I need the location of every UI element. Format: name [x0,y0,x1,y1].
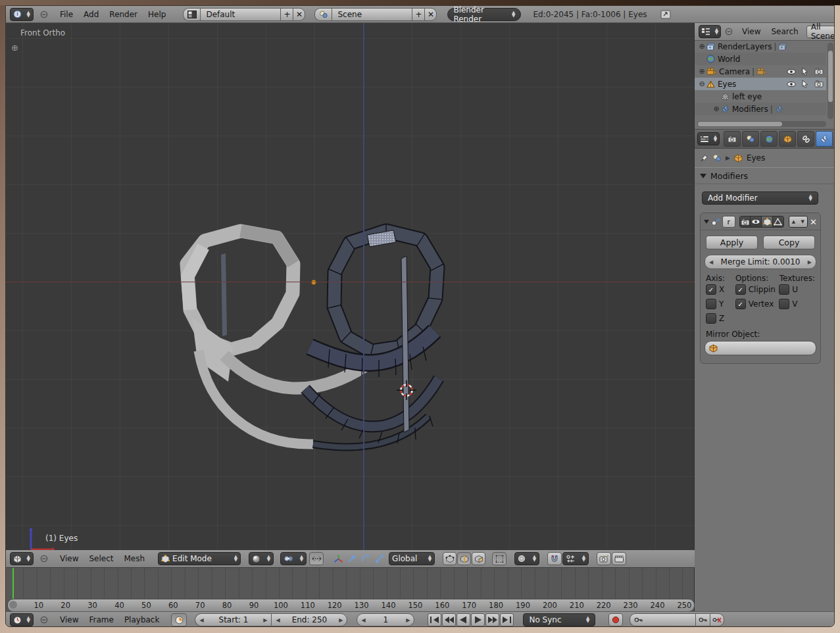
menu-render[interactable]: Render [104,10,143,19]
modifier-editmode-toggle[interactable] [762,216,773,227]
snap-element-selector[interactable]: ▲▼ [562,552,589,565]
checkbox-vertex[interactable]: ✓Vertex [735,299,779,309]
checkbox-box[interactable] [706,299,716,309]
editor-type-selector[interactable]: i ▲▼ [10,8,34,21]
current-frame-field[interactable]: ◀1▶ [357,613,414,626]
editor-type-selector[interactable]: ▲▼ [699,25,721,38]
outliner-item-left-eye[interactable]: left eye [695,90,826,103]
panel-collapse-icon[interactable] [700,174,706,178]
checkbox-u[interactable]: U [779,284,815,295]
opengl-render-anim-button[interactable] [612,552,626,565]
vertex-select-button[interactable] [443,552,457,565]
checkbox-box[interactable] [779,299,789,309]
restrict-render-camera-icon[interactable] [814,67,824,76]
insert-keyframe-button[interactable] [695,613,710,626]
outliner-item-modifiers[interactable]: ⊕Modifiers| [695,103,826,115]
outliner-scope-selector[interactable]: All Scenes [806,26,835,38]
menu-file[interactable]: File [55,10,78,19]
checkbox-y[interactable]: Y [706,299,735,309]
modifier-move-down-button[interactable]: ▼ [798,216,807,227]
face-select-button[interactable] [472,552,485,565]
checkbox-box[interactable]: ✓ [706,284,716,295]
timeline-ruler-scrollbar[interactable]: 1020304050607080901001101201301401501601… [7,599,695,612]
modifier-cage-toggle[interactable] [773,216,783,227]
delete-keyframe-button[interactable] [710,613,724,626]
outliner-item-renderlayers[interactable]: ⊕RenderLayers| [695,40,826,53]
pivot-selector[interactable]: ▲▼ [280,552,307,565]
keying-set-field[interactable] [630,613,695,626]
outliner-item-camera[interactable]: ⊕Camera| [695,65,826,78]
add-layout-button[interactable]: + [280,8,293,21]
menu-add[interactable]: Add [78,10,104,19]
start-frame-field[interactable]: ◀Start: 1▶ [195,613,271,626]
restrict-view-eye-icon[interactable] [787,67,796,76]
menu-view[interactable]: View [55,554,84,563]
manipulator-toggle[interactable] [309,552,324,565]
collapse-menus-icon[interactable] [40,555,48,563]
modifier-viewport-toggle[interactable] [751,216,762,227]
shading-selector[interactable]: ▲▼ [249,552,274,565]
mirror-object-field[interactable] [704,341,816,355]
tab-object[interactable] [779,131,796,147]
restrict-select-cursor-icon[interactable] [802,67,808,76]
orientation-selector[interactable]: Global ▲▼ [389,552,435,565]
expander-icon[interactable]: ⊕ [712,105,721,114]
current-frame-indicator[interactable] [12,568,14,599]
rew-button[interactable] [442,613,456,626]
menu-view[interactable]: View [55,615,84,624]
render-engine-selector[interactable]: Blender Render ▲▼ [447,8,521,21]
translate-arrow-icon[interactable] [345,554,358,564]
rotate-manipulator-icon[interactable] [359,554,372,564]
checkbox-box[interactable]: ✓ [735,284,746,295]
breadcrumb-object-name[interactable]: Eyes [747,153,765,163]
tab-data[interactable] [834,131,835,147]
checkbox-box[interactable]: ✓ [735,299,746,309]
checkbox-v[interactable]: V [779,299,815,309]
3d-viewport[interactable]: Front Ortho ⊕ (1) Eyes ▲▼ ViewSelectMesh… [6,23,695,567]
sync-mode-selector[interactable]: No Sync ▲▼ [523,613,595,626]
play-rev-button[interactable] [457,613,470,626]
screen-layout-icon[interactable] [183,8,200,21]
auto-keyframe-record-button[interactable] [608,613,623,626]
end-frame-field[interactable]: ◀End: 250▶ [271,613,347,626]
expander-icon[interactable]: ⊕ [697,67,706,76]
tab-scene[interactable] [742,131,759,147]
checkbox-clippin[interactable]: ✓Clippin [735,284,779,295]
slider-decrease-icon[interactable]: ◀ [709,259,713,265]
menu-search[interactable]: Search [766,27,803,36]
add-scene-button[interactable]: + [412,8,424,21]
screen-layout-field[interactable]: Default [200,8,280,21]
outliner-vertical-scrollbar[interactable] [828,43,833,119]
proportional-edit-selector[interactable]: ▲▼ [514,552,539,565]
edge-select-button[interactable] [457,552,471,565]
copy-button[interactable]: Copy [763,236,815,249]
preview-range-toggle[interactable] [171,613,187,626]
region-expand-icon[interactable]: ⊕ [11,43,18,53]
apply-button[interactable]: Apply [706,236,758,249]
tab-world[interactable] [760,131,778,147]
menu-select[interactable]: Select [84,554,118,563]
translate-manipulator-icon[interactable] [332,554,345,564]
opengl-render-image-button[interactable] [597,552,611,565]
checkbox-box[interactable] [779,284,789,295]
menu-help[interactable]: Help [143,10,171,19]
merge-limit-slider[interactable]: ◀ Merge Limit: 0.0010 ▶ [704,255,816,269]
restrict-view-eye-icon[interactable] [787,80,796,88]
collapse-menus-icon[interactable] [40,11,48,18]
mode-selector[interactable]: Edit Mode ▲▼ [158,552,241,565]
checkbox-box[interactable] [706,313,716,324]
expander-icon[interactable]: ⊖ [697,80,706,89]
modifier-render-toggle[interactable] [740,216,751,227]
pin-icon[interactable] [700,154,708,163]
jump-start-button[interactable] [428,613,441,626]
window-toggle-icon[interactable] [660,10,671,19]
outliner-item-world[interactable]: World [695,53,826,65]
outliner-horizontal-scrollbar[interactable] [697,121,826,127]
delete-scene-button[interactable]: ✕ [424,8,437,21]
occlude-geometry-toggle[interactable] [492,552,506,565]
tab-constraints[interactable] [797,131,814,147]
checkbox-x[interactable]: ✓X [706,284,735,295]
modifier-delete-icon[interactable]: ✕ [810,217,817,227]
checkbox-z[interactable]: Z [706,313,735,324]
modifier-move-up-button[interactable]: ▲ [789,216,799,227]
